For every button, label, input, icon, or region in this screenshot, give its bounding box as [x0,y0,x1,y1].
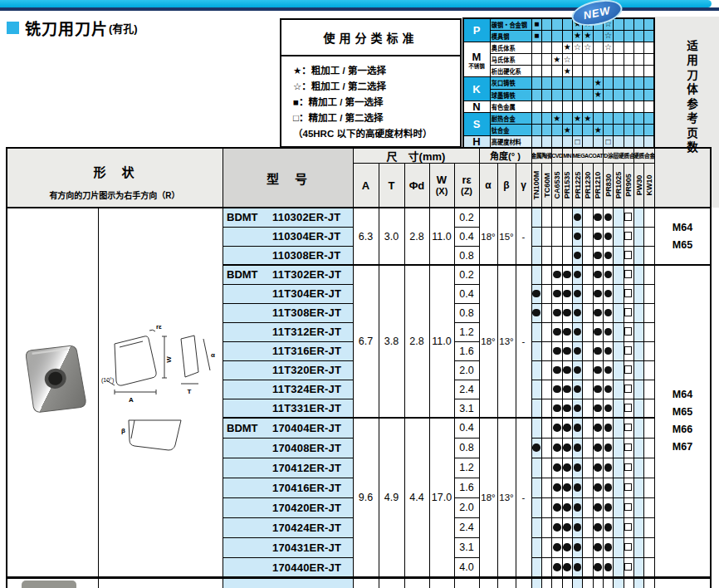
dimension-value: 3.0 [379,208,404,265]
model-prefix: BDMT [225,418,270,438]
dim-label-w: W [165,356,173,363]
grade-mark-dot [594,523,602,532]
corner-radius-value: 0.4 [454,284,479,303]
legend-item: ☆：粗加工 / 第二选择 [293,79,460,95]
grid-line [633,18,634,148]
grid-line [454,360,479,361]
grid-line [531,148,532,588]
grid-line [582,163,583,588]
grid-line [454,303,479,304]
classification-mark-cell [552,66,562,77]
catalog-page: 铣刀用刀片 (有孔) NEW 使用分类标准 ★：粗加工 / 第一选择☆：粗加工 … [0,0,719,588]
grid-line [404,163,405,588]
classification-mark-cell [614,100,624,112]
classification-mark: ★ [593,89,603,100]
classification-mark-cell [614,112,624,124]
classification-material-text: 碳钢・合金钢 [490,18,527,30]
legend-items: ★：粗加工 / 第一选择☆：粗加工 / 第二选择■：精加工 / 第一选择□：精加… [281,56,460,142]
grade-mark-dot [604,563,613,571]
classification-mark-cell [614,136,624,148]
grade-mark-dot [604,463,613,472]
grade-mark-dot [553,309,561,317]
classification-mark-cell [572,89,582,100]
model-prefix: BDMT [225,208,270,227]
dim-col-symbol: W [437,174,447,186]
dim-col-header: rε(Z) [454,163,479,208]
classification-material-label: 马氏体系 [490,54,531,66]
grade-column-header: PR830 [603,163,613,208]
grid-line [98,208,99,588]
classification-mark-cell [624,125,633,136]
grid-line [223,264,711,266]
model-number: 11T302ER-JT [272,265,351,284]
classification-mark-cell [624,30,633,42]
grid-line [353,163,654,164]
grid-line [541,163,542,588]
grid-line [6,147,712,149]
classification-material-text: 析出硬化系 [490,66,527,77]
classification-letter-cell: N [463,100,490,112]
grade-mark-dot [594,563,602,571]
classification-mark-cell [583,77,593,89]
classification-letter-cell: K [463,77,490,100]
grade-mark-dot [594,252,602,260]
grade-mark-dot [594,463,602,472]
classification-mark-cell [633,125,643,136]
grade-mark-dot [594,404,602,413]
classification-mark-cell [541,136,551,148]
grid-line [653,18,655,148]
grade-group-header: MN [562,148,572,163]
classification-mark: ★ [562,125,572,136]
tool-body-ref-cell: M64M65M66M67 [654,265,711,577]
classification-mark-cell [531,112,541,124]
grade-column-header: PR1025 [614,163,624,208]
page-title-suffix: (有孔) [109,20,138,36]
grade-mark-square [624,463,633,472]
classification-mark-cell [541,30,551,42]
grade-mark-dot [553,271,561,279]
corner-radius-value: 2.0 [454,497,479,517]
classification-material-label: 模具钢 [490,30,531,42]
grade-mark-dot [563,503,571,512]
grade-mark-dot [553,328,561,336]
grid-line [223,537,353,538]
dimension-value: 6.3 [353,208,379,265]
grade-mark-dot [594,424,602,432]
angle-value: 18° [479,418,497,577]
classification-mark-cell [531,54,541,66]
grade-mark-dot [532,443,540,452]
dim-label-alpha: α [211,351,215,359]
grid-line [7,576,711,579]
classification-mark-cell [572,54,582,66]
legend-item: （45HRC 以下的高硬度材料时） [293,126,460,142]
classification-mark-cell [541,89,551,100]
grid-line [7,207,711,208]
corner-radius-value: 4.0 [454,557,479,577]
grade-mark-dot [553,563,561,571]
grade-name: PR1535 [562,165,572,205]
classification-material-text: 耐热合金 [490,112,527,124]
grade-mark-square [624,385,633,393]
grid-line [463,42,490,42]
classification-mark-cell [562,112,572,124]
angle-value: 18° [479,208,497,265]
classification-mark-cell [572,66,582,77]
grade-mark-dot [574,523,582,532]
classification-material-label: 钛合金 [490,125,531,136]
grid-line [454,341,479,342]
classification-mark-cell [614,30,624,42]
grade-name: TN100M [531,165,541,205]
grid-line [613,163,614,588]
grid-line [463,112,490,113]
classification-letter-cell: S [463,112,490,135]
classification-mark-cell [541,77,551,89]
grade-column-header: PR905 [624,163,633,208]
grid-line [223,303,353,304]
grade-column-header: TN100M [531,163,541,208]
classification-mark-cell [624,66,633,77]
corner-radius-value: 1.2 [454,322,479,341]
grade-group-header: MEGACOAT [572,148,603,163]
grid-line [454,227,479,228]
classification-mark-cell [572,125,582,136]
model-number: 11T312ER-JT [272,322,351,341]
